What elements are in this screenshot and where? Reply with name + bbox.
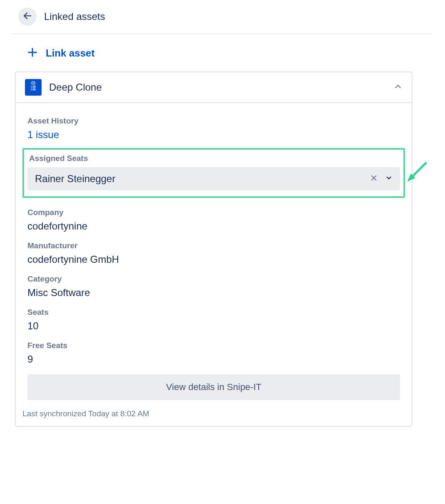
plus-icon <box>27 47 38 60</box>
category-label: Category <box>27 274 400 284</box>
svg-rect-16 <box>32 86 36 86</box>
chevron-down-icon[interactable] <box>385 174 393 183</box>
svg-rect-14 <box>32 82 35 84</box>
svg-rect-19 <box>31 89 32 90</box>
seats-label: Seats <box>27 308 400 317</box>
assigned-seats-label: Assigned Seats <box>27 154 400 163</box>
svg-rect-15 <box>31 86 32 86</box>
svg-rect-18 <box>32 88 36 89</box>
svg-rect-20 <box>32 89 36 90</box>
manufacturer-label: Manufacturer <box>27 241 400 250</box>
company-value: codefortynine <box>27 220 400 232</box>
seats-value: 10 <box>27 320 400 332</box>
link-asset-button[interactable]: Link asset <box>12 47 433 60</box>
card-title: Deep Clone <box>49 82 102 93</box>
asset-history-label: Asset History <box>27 116 400 126</box>
manufacturer-value: codefortynine GmbH <box>27 254 400 265</box>
assigned-seats-highlight: Assigned Seats Rainer Steinegger <box>22 148 405 198</box>
back-button[interactable] <box>18 7 37 26</box>
panel-header: Linked assets <box>12 4 433 34</box>
assigned-seats-value: Rainer Steinegger <box>35 173 115 185</box>
asset-history-link[interactable]: 1 issue <box>27 129 400 141</box>
free-seats-label: Free Seats <box>27 341 400 350</box>
link-asset-label: Link asset <box>46 47 94 59</box>
annotation-arrow-icon <box>404 161 429 188</box>
asset-card: Deep Clone Asset History 1 issue Assigne… <box>15 72 413 427</box>
svg-rect-17 <box>31 88 32 89</box>
panel-title: Linked assets <box>44 11 105 22</box>
card-header[interactable]: Deep Clone <box>16 72 412 103</box>
category-value: Misc Software <box>27 287 400 299</box>
chevron-up-icon[interactable] <box>393 82 403 93</box>
free-seats-value: 9 <box>27 353 400 365</box>
last-sync-text: Last synchronized Today at 8:02 AM <box>22 409 400 418</box>
card-body: Asset History 1 issue Assigned Seats Rai… <box>16 103 412 426</box>
assigned-seats-select[interactable]: Rainer Steinegger <box>27 167 400 190</box>
clipboard-list-icon <box>25 79 42 96</box>
view-details-button[interactable]: View details in Snipe-IT <box>27 374 400 400</box>
clear-icon[interactable] <box>370 174 378 183</box>
company-label: Company <box>27 208 400 217</box>
arrow-left-icon <box>22 11 32 22</box>
